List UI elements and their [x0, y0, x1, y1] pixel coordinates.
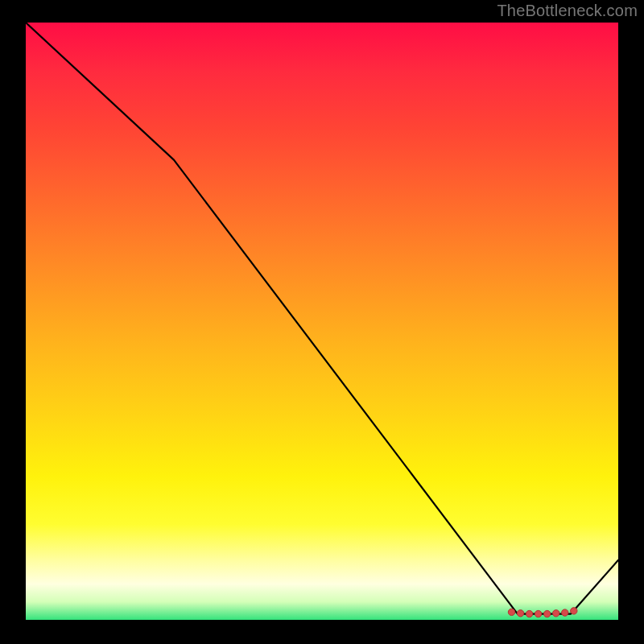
series-line [26, 23, 618, 614]
chart-container: TheBottleneck.com [0, 0, 644, 644]
series-point [562, 609, 568, 616]
attribution-text: TheBottleneck.com [497, 2, 638, 20]
series-point [508, 609, 514, 615]
series-point [517, 610, 523, 617]
series-point [526, 610, 532, 617]
series-point [535, 610, 541, 617]
series-point [571, 608, 577, 614]
series-point [553, 610, 559, 617]
series-points [508, 608, 577, 617]
series-point [543, 610, 550, 617]
chart-overlay [26, 23, 618, 620]
